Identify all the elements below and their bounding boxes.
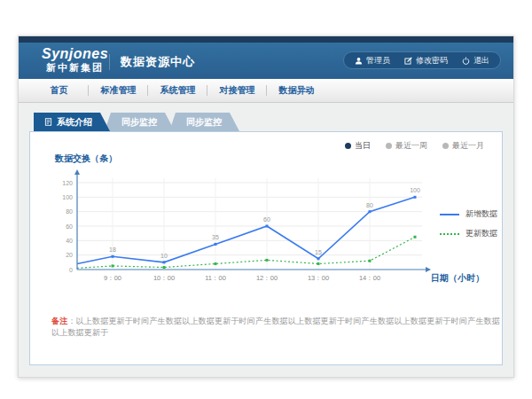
- nav-item-label: 标准管理: [101, 85, 137, 95]
- brand-logo-subtext: 新中新集团: [42, 61, 108, 74]
- nav-item-label: 数据异动: [279, 85, 315, 95]
- svg-text:20: 20: [66, 252, 73, 258]
- footnote-text: ：以上数据更新于时间产生数据以上数据更新于时间产生数据以上数据更新于时间产生数据…: [51, 317, 500, 337]
- radio-dot-icon: [386, 143, 392, 149]
- svg-text:40: 40: [66, 238, 73, 244]
- user-menu: 管理员 修改密码 退出: [343, 51, 501, 69]
- tab[interactable]: 同步监控: [168, 113, 239, 131]
- radio-dot-icon: [345, 143, 351, 149]
- power-icon: [462, 57, 470, 65]
- document-icon: [44, 118, 52, 126]
- time-range-radio[interactable]: 当日: [345, 140, 371, 152]
- time-range-label: 当日: [355, 140, 371, 152]
- user-menu-label: 修改密码: [416, 55, 448, 66]
- brand-logo-text: Synjones: [42, 46, 108, 61]
- brand-logo: Synjones 新中新集团: [42, 46, 108, 74]
- svg-text:100: 100: [410, 187, 420, 193]
- time-range-label: 最近一周: [395, 140, 427, 152]
- nav-item[interactable]: 标准管理: [89, 79, 148, 102]
- x-axis-title: 日期（小时）: [431, 272, 484, 285]
- user-menu-label: 管理员: [366, 55, 390, 66]
- main-nav: 首页 标准管理 系统管理 对接管理 数据异动: [19, 79, 513, 103]
- svg-text:13：00: 13：00: [308, 274, 329, 282]
- svg-text:18: 18: [109, 246, 116, 253]
- header: Synjones 新中新集团 数据资源中心 管理员 修改密码 退出: [19, 43, 513, 79]
- svg-text:60: 60: [66, 223, 73, 230]
- footnote: 备注：以上数据更新于时间产生数据以上数据更新于时间产生数据以上数据更新于时间产生…: [51, 316, 502, 339]
- top-strip: [19, 36, 513, 43]
- svg-text:100: 100: [62, 194, 73, 200]
- svg-text:10: 10: [160, 253, 168, 259]
- line-chart: 0204060801001201810356015801009：0010：001…: [41, 168, 435, 285]
- chart-legend: 新增数据更新数据: [440, 208, 497, 239]
- nav-item-label: 系统管理: [160, 85, 196, 95]
- nav-item[interactable]: 对接管理: [207, 79, 267, 102]
- svg-text:35: 35: [212, 234, 219, 240]
- legend-label: 新增数据: [466, 208, 497, 220]
- nav-item[interactable]: 首页: [29, 79, 89, 102]
- time-range-filters: 当日 最近一周 最近一月: [345, 140, 484, 152]
- legend-label: 更新数据: [466, 228, 497, 239]
- svg-text:80: 80: [366, 202, 373, 208]
- svg-text:80: 80: [66, 208, 73, 215]
- tab[interactable]: 系统介绍: [34, 113, 110, 131]
- nav-item-label: 对接管理: [220, 85, 255, 95]
- time-range-label: 最近一月: [452, 140, 484, 152]
- user-menu-item[interactable]: 修改密码: [404, 55, 448, 66]
- app-window: Synjones 新中新集团 数据资源中心 管理员 修改密码 退出: [18, 35, 514, 378]
- user-menu-label: 退出: [473, 55, 489, 66]
- tab[interactable]: 同步监控: [104, 113, 175, 131]
- svg-text:12：00: 12：00: [256, 274, 278, 282]
- time-range-radio[interactable]: 最近一月: [442, 140, 484, 152]
- svg-text:120: 120: [62, 180, 73, 186]
- dotted-line-icon: [440, 233, 459, 235]
- nav-item[interactable]: 数据异动: [267, 79, 326, 102]
- svg-text:9：00: 9：00: [104, 274, 121, 282]
- svg-text:15: 15: [315, 249, 322, 255]
- tab-bar: 系统介绍 同步监控 同步监控: [34, 113, 503, 131]
- svg-text:11：00: 11：00: [205, 274, 226, 282]
- time-range-radio[interactable]: 最近一周: [386, 140, 427, 152]
- user-menu-item[interactable]: 退出: [462, 55, 489, 66]
- edit-icon: [404, 57, 412, 65]
- radio-dot-icon: [442, 143, 449, 149]
- solid-line-icon: [440, 214, 459, 215]
- user-menu-item[interactable]: 管理员: [355, 55, 390, 66]
- page-title: 数据资源中心: [109, 54, 195, 70]
- tab-label: 同步监控: [186, 113, 222, 131]
- svg-text:60: 60: [263, 216, 270, 223]
- y-axis-title: 数据交换（条）: [55, 153, 117, 165]
- svg-text:10：00: 10：00: [153, 274, 175, 282]
- legend-item: 更新数据: [440, 228, 497, 239]
- footnote-label: 备注: [51, 317, 67, 325]
- nav-item-label: 首页: [51, 85, 68, 95]
- tab-label: 同步监控: [121, 113, 157, 131]
- nav-item[interactable]: 系统管理: [148, 79, 207, 102]
- legend-item: 新增数据: [440, 208, 497, 220]
- svg-text:0: 0: [69, 267, 73, 273]
- tab-label: 系统介绍: [57, 113, 92, 131]
- chart-panel: 当日 最近一周 最近一月 数据交换（条） 0204060801001201810…: [29, 131, 503, 365]
- content-area: 系统介绍 同步监控 同步监控 当日: [19, 103, 513, 377]
- user-icon: [355, 57, 363, 65]
- svg-text:14：00: 14：00: [359, 274, 380, 282]
